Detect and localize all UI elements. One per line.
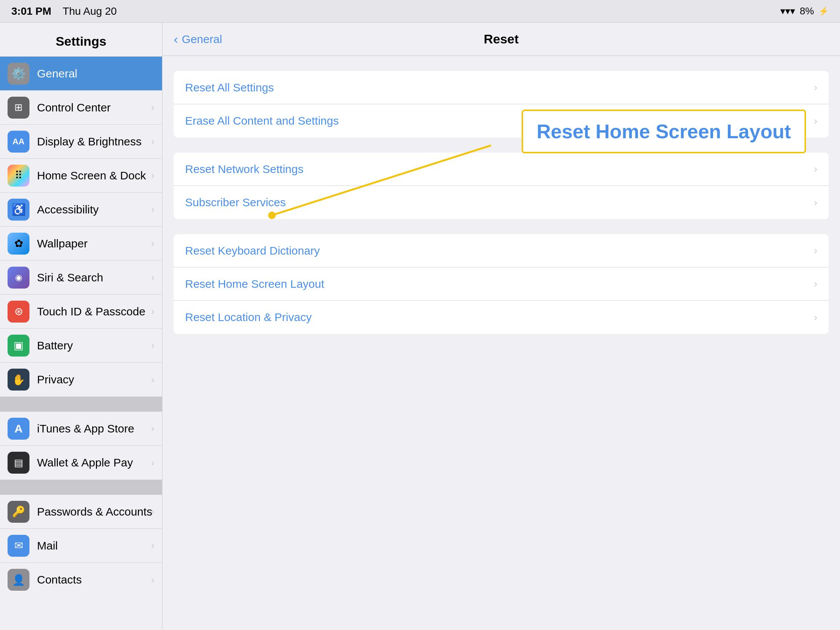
reset-network-row[interactable]: Reset Network Settings › — [174, 153, 829, 186]
sidebar-group-1: ⚙️ General ⊞ Control Center › AA Display… — [0, 57, 162, 396]
chevron-icon: › — [151, 272, 155, 283]
contacts-icon: 👤 — [8, 569, 30, 591]
sidebar-item-mail[interactable]: ✉ Mail › — [0, 529, 162, 563]
display-icon: AA — [8, 131, 30, 153]
sidebar-label-general: General — [37, 67, 77, 80]
wifi-icon: ▾▾▾ — [780, 5, 795, 17]
subscriber-services-label: Subscriber Services — [185, 196, 810, 209]
sidebar-label-display: Display & Brightness — [37, 135, 142, 148]
reset-keyboard-row[interactable]: Reset Keyboard Dictionary › — [174, 234, 829, 267]
callout-text: Reset Home Screen Layout — [537, 120, 791, 142]
sidebar-item-wallpaper[interactable]: ✿ Wallpaper › — [0, 227, 162, 261]
sidebar-label-touch-id: Touch ID & Passcode — [37, 305, 145, 318]
sidebar-label-battery: Battery — [37, 339, 73, 352]
reset-home-screen-label: Reset Home Screen Layout — [185, 278, 810, 291]
passwords-icon: 🔑 — [8, 501, 30, 523]
chevron-icon: › — [151, 374, 155, 385]
subscriber-services-row[interactable]: Subscriber Services › — [174, 186, 829, 219]
control-center-icon: ⊞ — [8, 97, 30, 118]
siri-icon: ◉ — [8, 267, 30, 289]
chevron-icon: › — [814, 245, 817, 256]
back-label: General — [182, 33, 222, 46]
itunes-icon: A — [8, 418, 30, 440]
reset-all-settings-label: Reset All Settings — [185, 81, 810, 94]
back-chevron-icon: ‹ — [174, 32, 178, 46]
reset-network-label: Reset Network Settings — [185, 163, 810, 175]
privacy-icon: ✋ — [8, 369, 30, 390]
sidebar-item-wallet[interactable]: ▤ Wallet & Apple Pay › — [0, 446, 162, 480]
sidebar-item-accessibility[interactable]: ♿ Accessibility › — [0, 193, 162, 227]
mail-icon: ✉ — [8, 535, 30, 557]
battery-charging-icon: ⚡ — [818, 6, 829, 16]
settings-group-2: Reset Network Settings › Subscriber Serv… — [174, 153, 829, 219]
main-layout: Settings ⚙️ General ⊞ Control Center › A… — [0, 23, 840, 630]
sidebar-label-passwords: Passwords & Accounts — [37, 505, 152, 518]
status-date: Thu Aug 20 — [63, 5, 117, 17]
sidebar-label-privacy: Privacy — [37, 373, 74, 386]
chevron-icon: › — [814, 312, 817, 323]
battery-icon: ▣ — [8, 335, 30, 357]
status-time: 3:01 PM — [11, 5, 51, 17]
sidebar: Settings ⚙️ General ⊞ Control Center › A… — [0, 23, 163, 630]
reset-keyboard-label: Reset Keyboard Dictionary — [185, 245, 810, 257]
status-left: 3:01 PM Thu Aug 20 — [11, 5, 117, 17]
chevron-icon: › — [151, 136, 155, 147]
wallpaper-icon: ✿ — [8, 233, 30, 254]
wallet-icon: ▤ — [8, 452, 30, 474]
reset-all-settings-row[interactable]: Reset All Settings › — [174, 71, 829, 104]
general-icon: ⚙️ — [8, 63, 30, 85]
back-button[interactable]: ‹ General — [174, 32, 222, 46]
sidebar-label-wallet: Wallet & Apple Pay — [37, 456, 133, 469]
reset-location-row[interactable]: Reset Location & Privacy › — [174, 301, 829, 334]
chevron-icon: › — [151, 540, 155, 551]
settings-group-3: Reset Keyboard Dictionary › Reset Home S… — [174, 234, 829, 334]
chevron-icon: › — [151, 102, 155, 113]
chevron-icon: › — [151, 457, 155, 469]
sidebar-group-3: 🔑 Passwords & Accounts › ✉ Mail › 👤 Cont… — [0, 495, 162, 597]
sidebar-item-control-center[interactable]: ⊞ Control Center › — [0, 91, 162, 125]
sidebar-item-privacy[interactable]: ✋ Privacy › — [0, 363, 162, 396]
sidebar-item-itunes[interactable]: A iTunes & App Store › — [0, 412, 162, 446]
chevron-icon: › — [151, 238, 155, 249]
sidebar-item-general[interactable]: ⚙️ General — [0, 57, 162, 91]
sidebar-item-contacts[interactable]: 👤 Contacts › — [0, 563, 162, 597]
chevron-icon: › — [151, 339, 155, 351]
sidebar-title: Settings — [0, 23, 162, 57]
sidebar-label-itunes: iTunes & App Store — [37, 422, 134, 435]
chevron-icon: › — [814, 115, 817, 127]
touch-id-icon: ⊛ — [8, 301, 30, 322]
sidebar-group-2: A iTunes & App Store › ▤ Wallet & Apple … — [0, 412, 162, 480]
chevron-icon: › — [814, 278, 817, 290]
sidebar-label-mail: Mail — [37, 539, 58, 552]
reset-home-screen-row[interactable]: Reset Home Screen Layout › — [174, 267, 829, 301]
callout-annotation: Reset Home Screen Layout — [522, 109, 806, 153]
sidebar-item-touch-id[interactable]: ⊛ Touch ID & Passcode › — [0, 295, 162, 328]
chevron-icon: › — [151, 204, 155, 215]
sidebar-item-display-brightness[interactable]: AA Display & Brightness › — [0, 125, 162, 159]
accessibility-icon: ♿ — [8, 199, 30, 221]
sidebar-label-home-screen: Home Screen & Dock — [37, 169, 146, 182]
sidebar-label-siri: Siri & Search — [37, 271, 103, 284]
sidebar-item-passwords[interactable]: 🔑 Passwords & Accounts › — [0, 495, 162, 529]
chevron-icon: › — [151, 574, 155, 586]
sidebar-item-battery[interactable]: ▣ Battery › — [0, 328, 162, 363]
sidebar-spacer-2 — [0, 480, 162, 495]
status-bar: 3:01 PM Thu Aug 20 ▾▾▾ 8% ⚡ — [0, 0, 840, 23]
chevron-icon: › — [151, 506, 155, 518]
chevron-icon: › — [814, 82, 817, 93]
sidebar-spacer-1 — [0, 396, 162, 412]
chevron-icon: › — [151, 306, 155, 317]
sidebar-label-contacts: Contacts — [37, 573, 82, 586]
chevron-icon: › — [814, 197, 817, 208]
sidebar-label-accessibility: Accessibility — [37, 203, 99, 216]
content-area: ‹ General Reset Reset All Settings › Era… — [163, 23, 840, 630]
sidebar-item-siri[interactable]: ◉ Siri & Search › — [0, 261, 162, 295]
sidebar-item-home-screen[interactable]: ⠿ Home Screen & Dock › — [0, 159, 162, 193]
home-screen-icon: ⠿ — [8, 165, 30, 186]
content-header: ‹ General Reset — [163, 23, 840, 56]
status-right: ▾▾▾ 8% ⚡ — [780, 5, 829, 17]
battery-indicator: 8% — [800, 5, 814, 17]
sidebar-label-wallpaper: Wallpaper — [37, 237, 88, 250]
chevron-icon: › — [151, 423, 155, 434]
sidebar-label-control-center: Control Center — [37, 101, 111, 114]
